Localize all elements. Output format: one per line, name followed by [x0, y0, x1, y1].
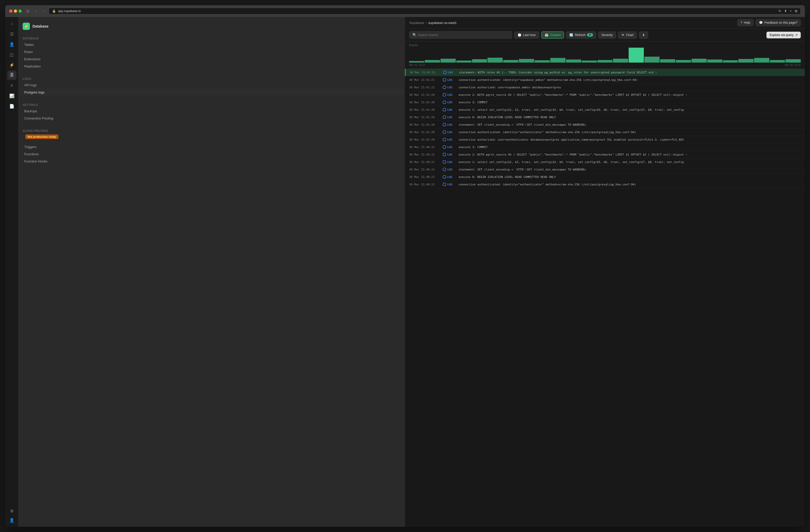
topbar-right: ? Help 💬 Feedback on this page? [738, 19, 801, 26]
log-row[interactable]: 30 Mar 21:41:20LOGconnection authorized:… [405, 136, 805, 144]
breadcrumb-org[interactable]: Supabase [409, 21, 424, 25]
chart-bar [566, 60, 581, 63]
custom-button[interactable]: 📅 Custom [541, 31, 564, 39]
sidebar-item-replication[interactable]: Replication [20, 63, 403, 70]
log-level-badge: LOG [443, 168, 455, 171]
log-level-icon [443, 115, 446, 119]
sidebar-item-postgres-logs[interactable]: Postgres logs [20, 89, 403, 96]
roles-label: Roles [24, 50, 33, 54]
log-message: execute 0: BEGIN ISOLATION LEVEL READ CO… [458, 176, 556, 179]
forward-button[interactable]: › [42, 9, 46, 14]
chart-end-time: Mar 30, 19:41 [785, 64, 801, 66]
nav-docs-button[interactable]: 📄 [7, 101, 16, 111]
log-row[interactable]: 30 Mar 21:40:21LOGstatement: SET client_… [405, 166, 805, 173]
minimize-button[interactable] [14, 10, 17, 13]
log-row[interactable]: 30 Mar 21:40:21LOGconnection authenticat… [405, 181, 805, 188]
section-label-logs: Logs [19, 74, 405, 81]
log-timestamp: 30 Mar 21:40:21 [409, 146, 443, 149]
sidebar-item-backups[interactable]: Backups [20, 107, 403, 115]
log-timestamp: 30 Mar 21:41:20 [409, 116, 443, 119]
nav-database-button[interactable]: 🗄 [7, 70, 16, 80]
help-button[interactable]: ? Help [738, 19, 754, 26]
nav-home-button[interactable]: ⌂ [7, 19, 16, 28]
main-content: Supabase / supabase-us-east1 ? Help 💬 Fe… [405, 17, 805, 527]
log-row[interactable]: 30 Mar 21:41:20LOGconnection authenticat… [405, 129, 805, 136]
chart-button[interactable]: 👁 Chart [618, 31, 637, 39]
log-timestamp: 30 Mar 21:40:21 [409, 183, 443, 186]
log-level-icon [443, 130, 446, 134]
nav-users-button[interactable]: 👤 [7, 40, 16, 49]
chart-bars [409, 48, 801, 63]
nav-chart-button[interactable]: 📊 [7, 91, 16, 100]
close-button[interactable] [9, 10, 12, 13]
log-row[interactable]: 30 Mar 21:41:21LOGconnection authenticat… [405, 76, 805, 84]
sidebar-divider-3 [19, 124, 405, 124]
maximize-button[interactable] [19, 10, 22, 13]
search-input[interactable] [418, 33, 509, 37]
sidebar-item-extensions[interactable]: Extensions [20, 56, 403, 63]
log-timestamp: 30 Mar 21:41:20 [409, 101, 443, 104]
log-row[interactable]: 30 Mar 21:41:21LOGconnection authorized:… [405, 84, 805, 91]
log-level-badge: LOG [443, 70, 456, 74]
log-timestamp: 30 Mar 21:40:21 [409, 168, 443, 171]
sidebar-item-connection-pooling[interactable]: Connection Pooling [20, 115, 403, 122]
sidebar-item-functions[interactable]: Functions [20, 151, 403, 157]
download-button[interactable]: ⬇ [639, 31, 648, 39]
search-icon: 🔍 [412, 33, 417, 37]
new-tab-icon[interactable]: + [790, 9, 792, 13]
nav-storage-button[interactable]: ◫ [7, 50, 16, 59]
help-label: Help [744, 21, 750, 24]
log-message: statement: WITH roles AS (-- TODO: Consi… [459, 71, 657, 74]
explore-label: Explore via query [770, 33, 794, 37]
grid-icon[interactable]: ⊞ [795, 9, 797, 13]
severity-button[interactable]: Severity [598, 31, 616, 39]
log-row[interactable]: 30 Mar 21:41:20LOGexecute 0: BEGIN ISOLA… [405, 114, 805, 121]
chart-bar [754, 58, 769, 63]
explore-button[interactable]: Explore via query ↗ [766, 32, 801, 38]
log-row[interactable]: 30 Mar 21:41:20LOGexecute 2: WITH pgrst_… [405, 91, 805, 99]
reload-icon[interactable]: ↻ [779, 9, 781, 13]
section-label-database: Database [19, 34, 405, 41]
sidebar-item-roles[interactable]: Roles [20, 48, 403, 55]
log-timestamp: 30 Mar 21:41:21 [409, 78, 443, 82]
log-row[interactable]: 30 Mar 21:41:20LOGexecute 3: COMMIT [405, 99, 805, 106]
log-row[interactable]: 30 Mar 21:41:21LOGstatement: WITH roles … [405, 69, 805, 76]
sidebar-item-api-logs[interactable]: API logs [20, 82, 403, 88]
sidebar-logo: ⚡ Database [19, 19, 405, 34]
nav-list-button[interactable]: ≡ [7, 81, 16, 90]
refresh-button[interactable]: 🔄 Refresh 25 [566, 31, 596, 39]
nav-edge-button[interactable]: ⚡ [7, 60, 16, 69]
alpha-badge: Not production ready [25, 134, 59, 139]
log-row[interactable]: 30 Mar 21:41:20LOGstatement: SET client_… [405, 121, 805, 129]
share-icon[interactable]: ⬆ [784, 9, 787, 13]
nav-table-button[interactable]: ☰ [7, 29, 16, 39]
log-level-icon [443, 160, 446, 164]
chart-bar [644, 57, 660, 63]
feedback-button[interactable]: 💬 Feedback on this page? [756, 19, 801, 26]
log-row[interactable]: 30 Mar 21:40:21LOGexecute 0: BEGIN ISOLA… [405, 173, 805, 181]
sidebar-item-triggers[interactable]: Triggers [20, 144, 403, 150]
calendar-icon: 📅 [545, 33, 549, 37]
last-hour-button[interactable]: 🕐 Last hour [514, 31, 539, 39]
log-row[interactable]: 30 Mar 21:40:21LOGexecute 3: COMMIT [405, 144, 805, 151]
nav-user-button[interactable]: 👤 [7, 516, 16, 525]
nav-settings-button[interactable]: ⚙ [7, 506, 16, 516]
sidebar-toggle-button[interactable]: ⊟ [25, 9, 31, 14]
log-level-icon [443, 93, 446, 97]
log-row[interactable]: 30 Mar 21:41:20LOGexecute 1: select set_… [405, 106, 805, 114]
log-level-text: LOG [447, 183, 455, 186]
log-row[interactable]: 30 Mar 21:40:21LOGexecute 1: select set_… [405, 159, 805, 166]
log-level-icon [443, 100, 446, 104]
back-button[interactable]: ‹ [34, 9, 38, 14]
search-input-wrapper[interactable]: 🔍 [409, 31, 512, 39]
log-message: execute 3: COMMIT [458, 146, 488, 149]
postgres-logs-label: Postgres logs [24, 90, 45, 94]
sidebar-item-function-hooks[interactable]: Function Hooks [20, 158, 403, 165]
log-row[interactable]: 30 Mar 21:40:21LOGexecute 2: WITH pgrst_… [405, 151, 805, 159]
address-bar[interactable]: 🔒 app.supabase.io ↻ ⬆ + ⊞ [49, 8, 801, 14]
log-timestamp: 30 Mar 21:40:21 [409, 153, 443, 156]
external-link-icon: ↗ [795, 33, 798, 37]
chart-bar [503, 60, 518, 63]
log-timestamp: 30 Mar 21:40:21 [409, 161, 443, 164]
sidebar-item-tables[interactable]: Tables [20, 41, 403, 48]
